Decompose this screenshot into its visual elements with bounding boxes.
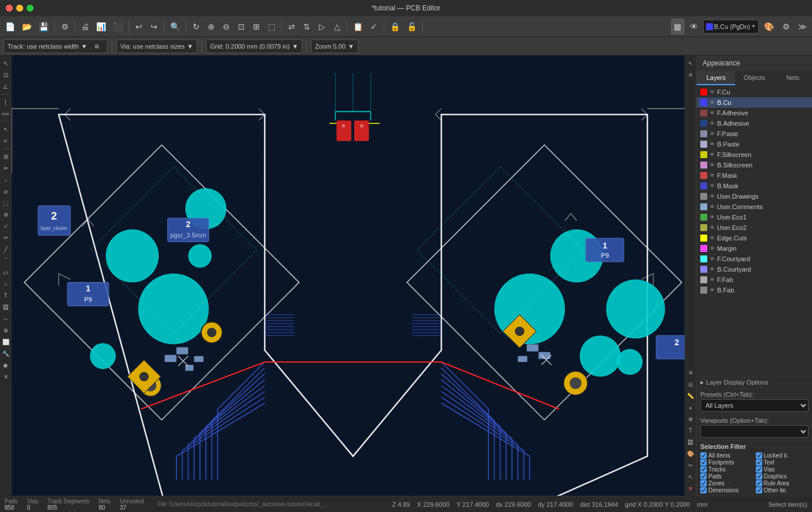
layer-item-user-comments[interactable]: 👁User.Comments [697,202,812,212]
layer-visibility-toggle[interactable]: 👁 [710,204,715,210]
layer-item-f-adhesive[interactable]: 👁F.Adhesive [697,108,812,118]
dimension-tool[interactable]: ↔ [1,313,11,324]
layer-item-b-adhesive[interactable]: 👁B.Adhesive [697,118,812,129]
redo-button[interactable]: ↪ [147,19,161,35]
open-button[interactable]: 📂 [19,19,35,35]
drc-button[interactable]: ✓ [367,19,381,35]
layer-visibility-toggle[interactable]: 👁 [710,110,715,116]
mirror-button[interactable]: ⇄ [285,19,299,35]
zoom-area-button[interactable]: ⊞ [249,19,263,35]
layer-item-b-fab[interactable]: 👁B.Fab [697,285,812,295]
triangle-button[interactable]: △ [330,19,344,35]
layer-item-edge-cuts[interactable]: 👁Edge.Cuts [697,233,812,243]
pointer-tool[interactable]: ↖ [1,124,11,134]
unlock-button[interactable]: 🔓 [404,19,420,35]
sf-checkbox-6[interactable] [700,473,707,480]
zoom-sel-button[interactable]: ⬚ [264,19,278,35]
layer-item-f-paste[interactable]: 👁F.Paste [697,129,812,139]
net-inspector-button[interactable]: 📋 [350,19,366,35]
layer-item-user-eco1[interactable]: 👁User.Eco1 [697,212,812,222]
layer-visibility-toggle[interactable]: 👁 [710,152,715,158]
line-tool[interactable]: ╱ [1,244,11,254]
layer-visibility-toggle[interactable]: 👁 [710,246,715,251]
sf-checkbox-1[interactable] [756,452,762,459]
sf-checkbox-9[interactable] [756,480,762,487]
angle-tool[interactable]: ∠ [1,81,11,92]
sf-checkbox-8[interactable] [700,480,707,487]
settings-button[interactable]: ⚙ [779,19,793,35]
layer-item-f-courtyard[interactable]: 👁F.Courtyard [697,254,812,264]
layer-visibility-toggle[interactable]: 👁 [710,193,715,199]
layer-item-f-fab[interactable]: 👁F.Fab [697,275,812,285]
select-box-tool[interactable]: ⊡ [1,70,11,80]
maximize-button[interactable] [27,5,34,12]
track-width-options[interactable]: ≡ [90,41,104,52]
lock-button[interactable]: 🔒 [387,19,403,35]
layer-item-f-silkscreen[interactable]: 👁F.Silkscreen [697,149,812,160]
3d-view-button[interactable]: ⬛ [110,19,126,35]
cut-tool[interactable]: ✂ [1,232,11,243]
text-tool[interactable]: T [1,290,11,301]
sf-checkbox-11[interactable] [756,487,762,493]
layer-item-b-courtyard[interactable]: 👁B.Courtyard [697,264,812,275]
cursor-tool[interactable]: ↖ [685,58,696,68]
layer-visibility-toggle[interactable]: 👁 [710,89,715,95]
layer-visibility-toggle[interactable]: 👁 [710,131,715,137]
layer-visibility-toggle[interactable]: 👁 [710,235,715,241]
layer-visibility-button[interactable]: 👁 [687,19,701,35]
layer-item-user-eco2[interactable]: 👁User.Eco2 [697,222,812,233]
layer-item-f-mask[interactable]: 👁F.Mask [697,170,812,181]
zoom-right-tool[interactable]: ⊕ [685,414,696,424]
pcb-canvas-area[interactable]: 1 P9 2 pgsr_3.5mm 2 layer_cluster 1 P9 2… [12,56,696,496]
active-layer-dropdown[interactable]: B.Cu (PgDn) ▼ [703,20,759,34]
new-button[interactable]: 📄 [2,19,18,35]
layer-visibility-toggle[interactable]: 👁 [710,173,715,178]
sf-checkbox-0[interactable] [700,452,707,459]
netlist-tool[interactable]: ≋ [1,136,11,146]
layer-item-user-drawings[interactable]: 👁User.Drawings [697,191,812,202]
select-tool[interactable]: ↖ [1,58,11,68]
sf-checkbox-7[interactable] [756,473,762,480]
layer-item-f-cu[interactable]: 👁F.Cu [697,87,812,97]
color-right-tool[interactable]: 🎨 [685,448,696,459]
layer-visibility-toggle[interactable]: 👁 [710,162,715,168]
tab-nets[interactable]: Nets [774,71,812,85]
search-button[interactable]: 🔍 [167,19,183,35]
mm-tool[interactable]: mm [1,108,11,119]
layer-visibility-toggle[interactable]: 👁 [710,214,715,220]
zoom-fit2-button[interactable]: ⊡ [234,19,248,35]
layer-item-b-cu[interactable]: 👁B.Cu [697,97,812,108]
sf-checkbox-3[interactable] [756,459,762,466]
test-tool[interactable]: ⊕ [1,209,11,220]
del-tool[interactable]: ✕ [1,371,11,382]
del-right-tool[interactable]: ✕ [685,483,696,493]
layer-tool[interactable]: ◉ [1,360,11,370]
minimize-button[interactable] [16,5,23,12]
layer-visibility-toggle[interactable]: 👁 [710,141,715,147]
close-button[interactable] [6,5,13,12]
layer-visibility-toggle[interactable]: 👁 [710,183,715,189]
sf-checkbox-2[interactable] [700,459,707,466]
layer-visibility-toggle[interactable]: 👁 [710,266,715,272]
measure-right-tool[interactable]: 📏 [685,390,696,401]
draw-tool[interactable]: ✏ [1,163,11,173]
zoom-out-button[interactable]: ⊖ [219,19,233,35]
tab-layers[interactable]: Layers [697,71,735,85]
highlight-button[interactable]: ▦ [671,19,685,35]
tab-objects[interactable]: Objects [735,71,773,85]
close-right-tool[interactable]: ✕ [685,70,696,80]
origin-tool[interactable]: ⊕ [1,325,11,335]
sf-checkbox-4[interactable] [700,466,707,473]
layer-visibility-toggle[interactable]: 👁 [710,277,715,283]
zoom-in-button[interactable]: ⊕ [204,19,218,35]
measure-tool[interactable]: | [1,97,11,107]
print-button[interactable]: 🖨 [78,19,92,35]
via-size-select[interactable]: Via: use netclass sizes ▼ [116,39,197,53]
layer-visibility-toggle[interactable]: 👁 [710,287,715,293]
circle-tool[interactable]: ○ [1,279,11,289]
layer-color-button[interactable]: 🎨 [761,19,777,35]
cursor2-right-tool[interactable]: ↖ [685,471,696,482]
layer-right-tool[interactable]: ⬧ [685,402,696,412]
route-button[interactable]: ▷ [315,19,329,35]
undo-button[interactable]: ↩ [132,19,146,35]
